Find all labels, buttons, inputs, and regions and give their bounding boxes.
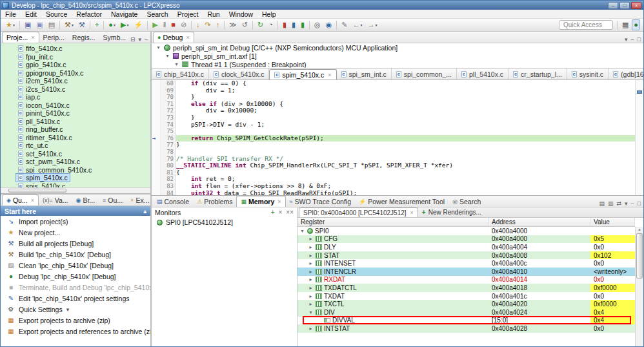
quickstart-header[interactable]: Start here ▴ (1, 206, 150, 216)
expand-arrow-icon[interactable]: ▸ (308, 301, 314, 307)
project-tree-hscrollbar[interactable] (1, 187, 150, 193)
expand-arrow-icon[interactable]: ▾ (174, 61, 179, 67)
project-file-sct-pwm-5410x-c[interactable]: csct_pwm_5410x.c (1, 158, 150, 166)
editor-tab-sysinit-c[interactable]: csysinit.c (567, 68, 609, 79)
drop-to-frame-icon[interactable]: ↺ (240, 19, 250, 30)
expand-arrow-icon[interactable]: ▸ (308, 253, 314, 258)
profile-icon[interactable]: ◔ (267, 19, 275, 30)
project-file-ring-buffer-c[interactable]: cring_buffer.c (1, 125, 150, 134)
register-row-dly[interactable]: ▸DLY0x400a40040x0 (297, 243, 635, 251)
register-row-divval[interactable]: DIVVAL[15:0]0x4 (297, 317, 635, 325)
quickstart-export-projects-and-references-to-archive-zip[interactable]: ▦Export projects and references to archi… (1, 326, 150, 337)
panel-tab-power-measurement-tool[interactable]: ⚡Power Measurement Tool (355, 196, 448, 207)
open-perspective-icon[interactable]: ▦ (620, 19, 630, 30)
menu-file[interactable]: File (1, 10, 21, 18)
panel-tab-swo-trace-config[interactable]: ≈SWO Trace Config (286, 196, 355, 207)
editor-tab-spim-5410x-c[interactable]: cspim_5410x.c× (269, 69, 336, 80)
menu-refactor[interactable]: Refactor (72, 10, 106, 18)
expand-arrow-icon[interactable]: ▸ (308, 244, 314, 250)
close-icon[interactable]: × (31, 197, 34, 204)
menu-navigate[interactable]: Navigate (106, 10, 142, 18)
register-row-rxdat[interactable]: ▸RXDAT0x400a40140x0 (297, 276, 635, 284)
project-file-rtc-ut-c[interactable]: crtc_ut.c (1, 142, 150, 150)
code-line[interactable]: pSPI->DIV = div - 1; (176, 121, 635, 129)
minimize-icon[interactable]: – (631, 36, 634, 43)
project-file-i2cm-5410x-c[interactable]: ci2cm_5410x.c (1, 77, 150, 85)
project-file-spim-5410x-c[interactable]: cspim_5410x.c (1, 174, 150, 182)
save-icon[interactable]: ▣ (23, 19, 33, 30)
memory-scrollbar[interactable] (635, 227, 643, 346)
quickstart-new-project[interactable]: ★New project... (1, 227, 150, 238)
editor-tab-pll-5410x-c[interactable]: cpll_5410x.c (457, 68, 508, 79)
editor-tab-cr-startup-l[interactable]: ccr_startup_l... (508, 68, 567, 79)
view-tab-debug[interactable]: ●Debug× (153, 32, 194, 43)
instruction-stepping-icon[interactable]: ≫ (227, 19, 239, 30)
project-file-fpu-init-c[interactable]: cfpu_init.c (1, 53, 150, 61)
last-edit-icon[interactable]: ✎ (339, 19, 349, 30)
link-memory-icon[interactable]: ⇄ (616, 200, 621, 207)
code-line[interactable]: div = 0x10000; (176, 107, 635, 114)
forward-icon[interactable]: →▾ (366, 19, 379, 30)
register-row-intstat[interactable]: ▸INTSTAT0x400a40280x0 (297, 324, 635, 333)
register-row-intenset[interactable]: ▸INTENSET0x400a400c0x0 (297, 259, 635, 268)
expand-arrow-icon[interactable]: ▸ (308, 277, 314, 282)
debug-tree-row[interactable]: ▾periph_spi_sm_int Debug [C/C++ (NXP Sem… (152, 43, 643, 52)
expand-arrow-icon[interactable]: ▾ (299, 228, 305, 234)
back-icon[interactable]: ←▾ (351, 19, 365, 30)
view-tab-ex[interactable]: +Ex... (126, 195, 150, 205)
debug-perspective-icon[interactable]: ● (632, 19, 640, 30)
scrollbar-thumb[interactable] (8, 189, 66, 193)
close-icon[interactable]: × (186, 34, 189, 41)
menu-source[interactable]: Source (41, 10, 72, 18)
project-file-pinint-5410x-c[interactable]: cpinint_5410x.c (1, 109, 150, 118)
quickstart-edit-lpc-chip-5410x-project-settings[interactable]: ✎Edit 'lpc_chip_5410x' project settings (1, 293, 150, 304)
quickstart-quick-settings[interactable]: ⚙Quick Settings▾ (1, 304, 150, 315)
column-header-value[interactable]: Value (590, 218, 635, 226)
trace-start-icon[interactable]: ▮ (281, 19, 288, 30)
expand-arrow-icon[interactable]: ▾ (156, 45, 161, 50)
editor-tab-spi-common[interactable]: cspi_common_... (392, 68, 457, 79)
debug-tree-row[interactable]: ▾periph_spi_sm_int.axf [1] (152, 52, 643, 60)
close-button[interactable]: × (631, 2, 641, 9)
minimize-icon[interactable]: – (631, 200, 634, 207)
debug-icon[interactable]: ●▾ (106, 19, 117, 30)
project-file-gpiogroup-5410x-c[interactable]: cgpiogroup_5410x.c (1, 69, 150, 78)
new-renderings-tab[interactable]: + New Renderings... (418, 207, 485, 217)
step-return-icon[interactable]: ↑ (214, 19, 222, 30)
collapse-all-icon[interactable]: ⊟ (130, 36, 136, 43)
step-into-icon[interactable]: ↓ (194, 19, 202, 30)
quickstart-import-project-s[interactable]: ↘Import project(s) (1, 216, 150, 227)
register-row-txdatctl[interactable]: ▸TXDATCTL0x400a40180xf0000 (297, 284, 635, 292)
project-file-gpio-5410x-c[interactable]: cgpio_5410x.c (1, 61, 150, 69)
panel-tab-memory[interactable]: ▦Memory× (236, 196, 285, 207)
register-row-txdat[interactable]: ▸TXDAT0x400a401c0x0 (297, 292, 635, 300)
register-row-spi0[interactable]: ▾SPI00x400a4000 (297, 227, 635, 235)
code-line[interactable]: div = 1; (176, 87, 635, 94)
minimize-icon[interactable]: – (145, 36, 148, 43)
register-row-txctl[interactable]: ▸TXCTL0x400a40200xf0000 (297, 300, 635, 308)
build-all-icon[interactable]: ⚒ (77, 19, 87, 30)
project-file-fifo-5410x-c[interactable]: cfifo_5410x.c (1, 45, 150, 53)
line-number-gutter[interactable]: 6869707172737475767778798081828384 (161, 80, 176, 195)
menu-search[interactable]: Search (142, 10, 172, 18)
quickstart-debug-lpc-chip-5410x-debug[interactable]: ●Debug 'lpc_chip_5410x' [Debug] (1, 271, 150, 282)
close-icon[interactable]: × (410, 209, 414, 216)
project-file-iocon-5410x-c[interactable]: ciocon_5410x.c (1, 101, 150, 110)
remove-all-monitors-icon[interactable]: ×× (286, 209, 294, 216)
restart-icon[interactable]: ↻ (256, 19, 265, 30)
trace-config-icon[interactable]: ▮ (290, 19, 297, 30)
view-menu-icon[interactable]: ▾ (138, 36, 141, 43)
disconnect-icon[interactable]: ⊘ (179, 19, 188, 30)
code-line[interactable]: } (176, 114, 635, 121)
close-icon[interactable]: × (31, 34, 34, 41)
view-tab-qu[interactable]: ◈Qu...× (2, 195, 39, 205)
memory-rendering-tab[interactable]: SPI0: 0x400a4000 [LPC54102J512] × (299, 207, 418, 217)
expand-arrow-icon[interactable]: ▸ (308, 236, 314, 242)
view-tab-va[interactable]: (x)=Va... (39, 195, 72, 205)
build-icon[interactable]: ⚒▾ (63, 19, 75, 30)
code-line[interactable]: if (div == 0) { (176, 80, 635, 87)
view-tab-ou[interactable]: ≡Ou... (99, 195, 126, 205)
close-icon[interactable]: × (277, 198, 281, 205)
code-line[interactable]: uint32_t data = Chip_SPI_ReadRawRXFifo(p… (176, 190, 635, 196)
code-line[interactable]: __STATIC_INLINE int Chip_SPIM_HandlerRx(… (176, 162, 635, 169)
